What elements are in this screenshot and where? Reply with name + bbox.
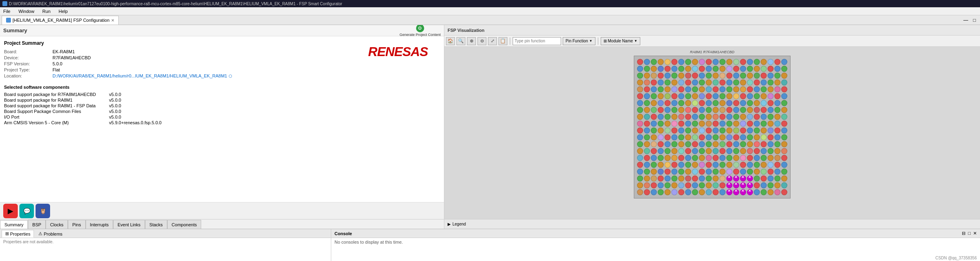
chip-pin[interactable]	[692, 134, 698, 140]
chip-pin[interactable]	[671, 121, 677, 127]
chip-pin[interactable]	[658, 86, 664, 92]
chip-pin[interactable]	[726, 73, 732, 79]
generate-project-btn[interactable]: ⚙ Generate Project Content	[400, 25, 441, 37]
chip-pin[interactable]	[685, 86, 691, 92]
chip-pin[interactable]	[699, 189, 705, 195]
chip-pin[interactable]	[774, 175, 780, 182]
chip-pin[interactable]	[699, 79, 705, 86]
chip-pin[interactable]	[651, 107, 657, 113]
chip-pin[interactable]	[637, 59, 643, 65]
chip-pin[interactable]	[692, 127, 698, 134]
chip-pin[interactable]	[719, 155, 726, 161]
chip-pin[interactable]	[658, 134, 664, 140]
chip-pin[interactable]	[740, 114, 746, 120]
chip-pin[interactable]	[768, 127, 774, 134]
chip-pin[interactable]	[685, 189, 691, 195]
chip-pin[interactable]	[665, 66, 671, 72]
chip-pin[interactable]	[774, 66, 780, 72]
chip-pin[interactable]	[692, 169, 698, 175]
chip-pin[interactable]	[781, 127, 787, 134]
console-menu-icon[interactable]: ⊟	[962, 231, 965, 236]
chip-pin[interactable]	[699, 107, 705, 113]
chip-pin[interactable]	[781, 66, 787, 72]
chip-pin[interactable]	[733, 114, 739, 120]
chip-pin[interactable]	[747, 121, 753, 127]
chip-pin[interactable]	[651, 114, 657, 120]
chip-pin[interactable]	[768, 79, 774, 86]
chip-pin[interactable]	[665, 189, 671, 195]
tab-bsp[interactable]: BSP	[28, 220, 46, 229]
chip-pin[interactable]	[754, 141, 760, 147]
chip-pin[interactable]	[761, 66, 767, 72]
chip-pin[interactable]	[774, 134, 780, 140]
chip-pin[interactable]	[699, 100, 705, 106]
chip-pin[interactable]	[706, 175, 712, 182]
chip-pin[interactable]	[781, 141, 787, 147]
tab-interrupts[interactable]: Interrupts	[86, 220, 113, 229]
chip-pin[interactable]	[692, 182, 698, 188]
chip-pin[interactable]	[768, 189, 774, 195]
chip-pin[interactable]	[685, 162, 691, 168]
chip-pin[interactable]	[768, 182, 774, 188]
chip-pin[interactable]: ✕	[740, 175, 746, 182]
chip-pin[interactable]	[706, 141, 712, 147]
chip-pin[interactable]	[678, 100, 684, 106]
chip-pin[interactable]	[678, 59, 684, 65]
chip-pin[interactable]	[726, 114, 732, 120]
chip-pin[interactable]	[733, 127, 739, 134]
chip-pin[interactable]	[754, 148, 760, 154]
chip-pin[interactable]	[692, 93, 698, 99]
chip-pin[interactable]	[685, 107, 691, 113]
window-minimize-btn[interactable]: —	[961, 17, 971, 23]
chip-pin[interactable]	[706, 121, 712, 127]
chip-pin[interactable]	[706, 134, 712, 140]
chip-pin[interactable]	[644, 175, 650, 182]
chip-pin[interactable]	[733, 79, 739, 86]
tab-close-btn[interactable]: ✕	[111, 18, 114, 23]
chip-pin[interactable]	[678, 175, 684, 182]
chip-pin[interactable]	[706, 182, 712, 188]
chip-pin[interactable]	[733, 169, 739, 175]
pin-function-input[interactable]	[513, 37, 561, 45]
chip-pin[interactable]	[774, 79, 780, 86]
chip-pin[interactable]	[699, 86, 705, 92]
chip-pin[interactable]	[651, 148, 657, 154]
chip-pin[interactable]	[740, 121, 746, 127]
properties-tab[interactable]: ⊞ Properties	[2, 230, 34, 238]
chip-pin[interactable]	[740, 59, 746, 65]
chip-pin[interactable]	[781, 175, 787, 182]
chip-pin[interactable]	[699, 148, 705, 154]
chip-pin[interactable]	[699, 121, 705, 127]
chip-pin[interactable]	[747, 107, 753, 113]
chip-pin[interactable]	[726, 162, 732, 168]
chip-pin[interactable]	[665, 107, 671, 113]
chip-pin[interactable]	[754, 175, 760, 182]
chip-pin[interactable]	[665, 169, 671, 175]
chip-pin[interactable]	[768, 169, 774, 175]
chip-pin[interactable]	[740, 148, 746, 154]
chip-pin[interactable]	[747, 114, 753, 120]
console-close-icon[interactable]: ✕	[973, 231, 977, 236]
chip-pin[interactable]	[761, 100, 767, 106]
chip-pin[interactable]	[740, 66, 746, 72]
chip-pin[interactable]	[671, 59, 677, 65]
chip-pin[interactable]	[665, 79, 671, 86]
chip-pin[interactable]	[740, 127, 746, 134]
chip-pin[interactable]	[726, 155, 732, 161]
chip-pin[interactable]	[719, 148, 726, 154]
chip-pin[interactable]	[719, 182, 726, 188]
chip-pin[interactable]	[761, 189, 767, 195]
chip-pin[interactable]	[651, 100, 657, 106]
chip-pin[interactable]	[768, 59, 774, 65]
chip-pin[interactable]	[706, 86, 712, 92]
chip-pin[interactable]	[754, 189, 760, 195]
chip-pin[interactable]	[651, 175, 657, 182]
chip-pin[interactable]	[665, 148, 671, 154]
chip-pin[interactable]	[768, 86, 774, 92]
chip-pin[interactable]	[671, 162, 677, 168]
chip-pin[interactable]	[726, 127, 732, 134]
chip-pin[interactable]	[644, 127, 650, 134]
fsp-fit-btn[interactable]: ⤢	[488, 37, 497, 45]
chip-pin[interactable]	[678, 189, 684, 195]
chip-pin[interactable]	[685, 73, 691, 79]
